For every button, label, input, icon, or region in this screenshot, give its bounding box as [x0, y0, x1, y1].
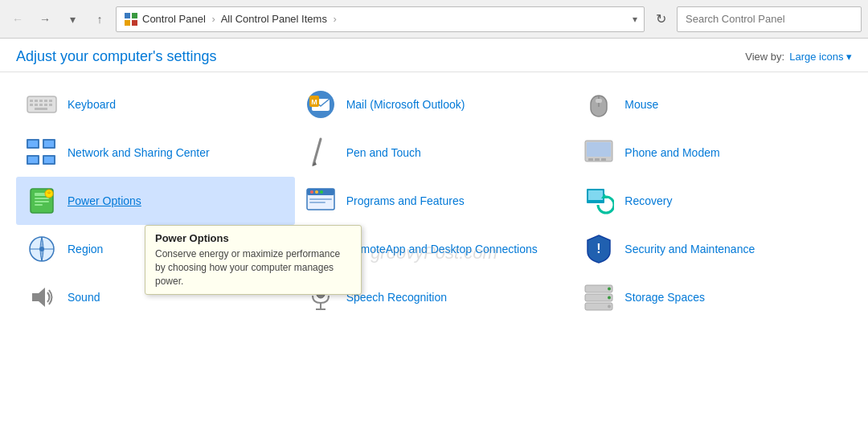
cp-item-sound[interactable]: Sound [16, 273, 295, 321]
page-title: Adjust your computer's settings [16, 48, 217, 65]
pen-label: Pen and Touch [346, 146, 421, 159]
speech-label: Speech Recognition [346, 291, 447, 304]
items-area: groovyPost.com KeyboardMMail (Microsoft … [0, 72, 868, 433]
svg-rect-41 [35, 201, 49, 202]
security-icon: ! [583, 233, 615, 265]
cp-item-pen[interactable]: Pen and Touch [295, 129, 574, 177]
svg-rect-22 [596, 99, 602, 103]
svg-point-47 [315, 190, 318, 194]
svg-text:!: ! [597, 242, 601, 255]
svg-rect-14 [49, 104, 52, 106]
address-bar: ← → ▾ ↑ Control Panel › All Control Pane… [0, 0, 868, 39]
programs-icon [305, 185, 337, 217]
svg-rect-37 [601, 158, 606, 161]
sound-icon [26, 281, 58, 313]
cp-item-security[interactable]: !Security and Maintenance [573, 225, 852, 273]
svg-rect-5 [30, 100, 33, 102]
up-button[interactable]: ↑ [88, 8, 111, 31]
svg-point-57 [39, 247, 44, 251]
power-label: Power Options [68, 194, 141, 207]
control-panel-icon [123, 11, 139, 27]
svg-rect-0 [125, 13, 130, 18]
cp-item-network[interactable]: Network and Sharing Center [16, 129, 295, 177]
svg-point-48 [320, 190, 323, 194]
view-by-control: View by: Large icons ▾ [745, 51, 852, 63]
svg-rect-1 [132, 13, 137, 18]
cp-item-mouse[interactable]: Mouse [573, 80, 852, 129]
svg-rect-11 [35, 104, 38, 106]
svg-rect-49 [309, 198, 332, 200]
mouse-icon [583, 88, 615, 121]
remoteapp-label: RemoteApp and Desktop Connections [346, 243, 538, 255]
recovery-icon [583, 185, 615, 217]
svg-rect-30 [44, 157, 54, 163]
svg-point-68 [608, 288, 611, 291]
view-by-value[interactable]: Large icons ▾ [789, 51, 852, 63]
storage-label: Storage Spaces [624, 291, 705, 304]
svg-point-70 [608, 296, 611, 300]
view-by-label: View by: [745, 51, 784, 63]
back-button[interactable]: ← [6, 8, 29, 31]
security-label: Security and Maintenance [624, 243, 755, 255]
svg-rect-7 [39, 100, 43, 102]
svg-rect-10 [30, 104, 33, 106]
cp-item-keyboard[interactable]: Keyboard [16, 80, 295, 129]
svg-rect-50 [309, 202, 326, 203]
search-input[interactable] [677, 6, 862, 32]
dropdown-button[interactable]: ▾ [61, 8, 84, 31]
mouse-label: Mouse [624, 98, 658, 111]
svg-rect-9 [49, 100, 52, 102]
svg-rect-24 [28, 141, 38, 147]
cp-item-phone[interactable]: Phone and Modem [573, 129, 852, 177]
mail-label: Mail (Microsoft Outlook) [346, 98, 465, 111]
svg-point-46 [310, 190, 313, 194]
recovery-label: Recovery [624, 194, 672, 207]
svg-point-72 [608, 305, 611, 308]
cp-item-programs[interactable]: Programs and Features [295, 177, 574, 225]
pen-icon [305, 137, 337, 169]
svg-rect-15 [35, 108, 47, 110]
sound-label: Sound [68, 291, 100, 304]
keyboard-icon [26, 88, 58, 121]
phone-icon [583, 137, 615, 169]
svg-rect-35 [588, 158, 593, 161]
svg-rect-8 [44, 100, 47, 102]
power-icon [26, 185, 58, 217]
address-path: Control Panel › All Control Panel Items … [142, 13, 629, 25]
network-icon [26, 137, 58, 169]
svg-rect-6 [35, 100, 38, 102]
svg-rect-12 [39, 104, 43, 106]
cp-item-mail[interactable]: MMail (Microsoft Outlook) [295, 80, 574, 129]
mail-icon: M [305, 88, 337, 121]
svg-rect-40 [35, 198, 49, 199]
svg-rect-34 [587, 142, 611, 157]
speech-icon [305, 281, 337, 313]
svg-rect-3 [132, 20, 137, 26]
forward-button[interactable]: → [34, 8, 56, 31]
svg-rect-2 [125, 20, 130, 26]
remoteapp-icon [305, 233, 337, 265]
address-input[interactable]: Control Panel › All Control Panel Items … [116, 6, 645, 32]
storage-icon [583, 281, 615, 313]
svg-rect-64 [317, 284, 325, 298]
region-label: Region [68, 243, 103, 255]
svg-rect-52 [588, 190, 603, 200]
svg-rect-26 [44, 141, 54, 147]
main-content: Adjust your computer's settings View by:… [0, 39, 868, 433]
cp-item-region[interactable]: Region [16, 225, 295, 273]
address-chevron[interactable]: ▾ [633, 14, 637, 25]
header: Adjust your computer's settings View by:… [0, 39, 868, 72]
cp-item-storage[interactable]: Storage Spaces [573, 273, 852, 321]
cp-item-recovery[interactable]: Recovery [573, 177, 852, 225]
items-grid: KeyboardMMail (Microsoft Outlook)MouseNe… [16, 80, 852, 321]
phone-label: Phone and Modem [624, 146, 719, 159]
refresh-button[interactable]: ↻ [649, 8, 672, 31]
svg-marker-63 [32, 288, 45, 307]
cp-item-remoteapp[interactable]: RemoteApp and Desktop Connections [295, 225, 574, 273]
svg-rect-36 [595, 158, 600, 161]
cp-item-power[interactable]: Power OptionsPower OptionsConserve energ… [16, 177, 295, 225]
svg-rect-42 [35, 204, 43, 206]
network-label: Network and Sharing Center [68, 146, 210, 159]
cp-item-speech[interactable]: Speech Recognition [295, 273, 574, 321]
keyboard-label: Keyboard [68, 98, 116, 111]
